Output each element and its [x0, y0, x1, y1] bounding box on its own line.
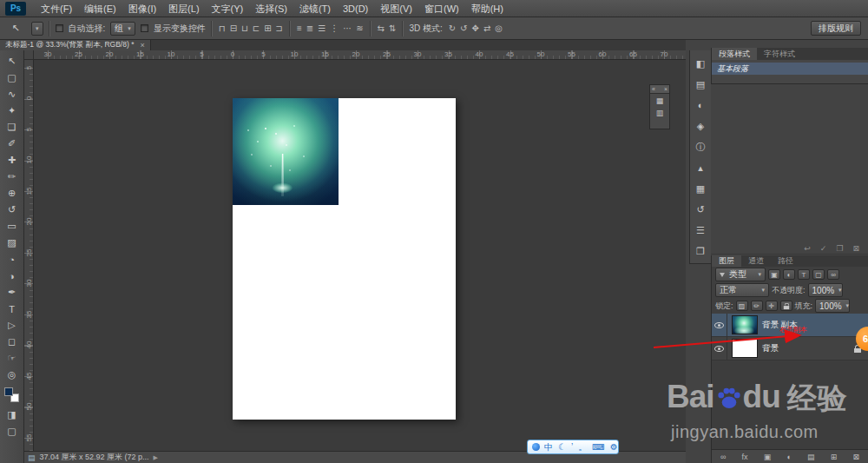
3d-scale-icon[interactable]: ◎ [494, 23, 503, 33]
gradient-tool[interactable]: ▨ [2, 235, 23, 251]
align-right-edges-icon[interactable]: ⊐ [275, 23, 284, 33]
filter-type-layers-icon[interactable]: T [798, 269, 810, 280]
spot-healing-brush-tool[interactable]: ✚ [2, 152, 23, 169]
brush-tool[interactable]: ✏ [2, 169, 23, 185]
document-tab[interactable]: 未标题-1 @ 33.3%(背景 副本, RGB/8) * × [0, 40, 151, 50]
ime-quote-icon[interactable]: ’ [571, 443, 573, 452]
lock-paint-icon[interactable]: ✏ [751, 301, 763, 311]
layout-rules-button[interactable]: 排版规则 [811, 21, 861, 36]
3d-pan-icon[interactable]: ✥ [471, 23, 480, 33]
ruler-origin-corner[interactable] [24, 50, 34, 60]
quick-selection-tool[interactable]: ✦ [2, 103, 23, 119]
quick-mask-icon[interactable]: ◨ [2, 407, 23, 423]
layer-filter-dropdown[interactable]: 类型▾ [715, 268, 766, 281]
filter-smart-objects-icon[interactable]: ∞ [827, 269, 839, 280]
link-layers-icon[interactable]: ∞ [720, 453, 726, 461]
path-selection-tool[interactable]: ▷ [2, 317, 23, 334]
add-layer-mask-icon[interactable]: ▣ [764, 453, 772, 461]
close-tab-icon[interactable]: × [140, 41, 144, 50]
distribute-vcenter-icon[interactable]: ≣ [306, 23, 314, 33]
lasso-tool[interactable]: ∿ [2, 86, 23, 103]
distribute-top-icon[interactable]: ≡ [296, 23, 303, 33]
histogram-panel-icon[interactable]: ▴ [692, 157, 710, 178]
crop-tool[interactable]: ❏ [2, 119, 23, 136]
blend-mode-dropdown[interactable]: 正常▾ [715, 283, 769, 297]
screen-mode-icon[interactable]: ▢ [2, 423, 23, 440]
adjustment-layer-icon[interactable]: ◐ [786, 453, 791, 461]
close-panel-icon[interactable]: × [664, 86, 667, 92]
ime-moon-icon[interactable]: ☾ [558, 443, 566, 452]
layer-visibility-toggle[interactable] [712, 314, 727, 336]
collapse-panel-icon[interactable]: « [652, 86, 655, 92]
layer-thumbnail[interactable] [732, 339, 758, 358]
foreground-color-swatch[interactable] [4, 387, 13, 396]
floating-mini-panel[interactable]: « × ▦▥ [649, 84, 670, 129]
tool-preset-picker[interactable]: ▾ [31, 22, 43, 36]
new-group-icon[interactable]: ▤ [807, 453, 815, 461]
menu-edit[interactable]: 编辑(E) [78, 0, 122, 17]
3d-rotate-icon[interactable]: ↻ [448, 23, 457, 33]
dodge-tool[interactable]: ◑ [2, 268, 23, 284]
revert-icon[interactable]: ↩ [804, 244, 811, 253]
info-panel-icon[interactable]: ⓘ [692, 136, 710, 157]
clone-stamp-tool[interactable]: ⊕ [2, 185, 23, 202]
align-vertical-centers-icon[interactable]: ⊟ [229, 23, 238, 33]
align-bottom-edges-icon[interactable]: ⊔ [240, 23, 249, 33]
duplicate-icon[interactable]: ❐ [836, 244, 843, 253]
menu-file[interactable]: 文件(F) [35, 0, 78, 17]
menu-select[interactable]: 选择(S) [249, 0, 293, 17]
foreground-background-swatches[interactable] [4, 387, 19, 402]
menu-image[interactable]: 图像(I) [122, 0, 162, 17]
document-canvas[interactable] [233, 98, 456, 420]
hand-tool[interactable]: ☞ [2, 350, 23, 367]
ruler-horizontal[interactable]: 302520151050510152025303540455055606570 [24, 50, 686, 60]
menu-filter[interactable]: 滤镜(T) [293, 0, 337, 17]
ime-logo-icon[interactable] [532, 443, 540, 451]
pasted-tree-image[interactable] [233, 98, 339, 205]
lock-position-icon[interactable]: ✛ [766, 301, 778, 311]
tab-paths[interactable]: 路径 [771, 255, 800, 267]
horizontal-type-tool[interactable]: T [2, 301, 23, 317]
opacity-dropdown[interactable]: 100%▾ [808, 283, 843, 297]
status-expand-arrow-icon[interactable]: ▶ [154, 454, 158, 461]
align-top-edges-icon[interactable]: ⊓ [218, 23, 227, 33]
new-layer-icon[interactable]: ⊞ [831, 453, 838, 461]
mini-list-icon[interactable]: ▥ [656, 108, 664, 118]
zoom-tool[interactable]: ◎ [2, 367, 23, 383]
filter-adjustment-layers-icon[interactable]: ◐ [783, 269, 795, 280]
layer-style-icon[interactable]: fx [742, 453, 748, 461]
layer-name[interactable]: 背景 [762, 343, 779, 354]
eyedropper-tool[interactable]: ✐ [2, 136, 23, 152]
ime-period-icon[interactable]: 。 [578, 443, 587, 452]
filter-pixel-layers-icon[interactable]: ▣ [768, 269, 780, 280]
align-horizontal-centers-icon[interactable]: ⊞ [263, 23, 272, 33]
adjustments-panel-icon[interactable]: ◐ [692, 95, 710, 116]
eraser-tool[interactable]: ▭ [2, 218, 23, 235]
rectangle-tool[interactable]: ◻ [2, 334, 23, 350]
ime-chinese-mode-icon[interactable]: 中 [544, 443, 553, 452]
menu-window[interactable]: 窗口(W) [418, 0, 465, 17]
auto-select-checkbox[interactable] [56, 24, 63, 32]
show-transform-checkbox[interactable] [141, 24, 148, 32]
clone-source-panel-icon[interactable]: ❐ [692, 241, 710, 261]
3d-roll-icon[interactable]: ↺ [459, 23, 468, 33]
layer-visibility-toggle[interactable] [712, 337, 727, 360]
auto-align-layers-icon[interactable]: ⇆ [377, 23, 385, 33]
auto-blend-layers-icon[interactable]: ⇅ [388, 23, 397, 33]
blur-tool[interactable]: ◔ [2, 251, 23, 268]
properties-panel-icon[interactable]: ☰ [692, 220, 710, 241]
distribute-bottom-icon[interactable]: ☰ [317, 23, 326, 33]
navigator-panel-icon[interactable]: ▦ [692, 178, 710, 199]
trash-icon[interactable]: ⊠ [852, 244, 859, 253]
align-left-edges-icon[interactable]: ⊏ [252, 23, 260, 33]
fill-dropdown[interactable]: 100%▾ [815, 299, 850, 313]
paragraph-style-item[interactable]: 基本段落 [712, 63, 868, 75]
layer-thumbnail[interactable] [732, 315, 758, 334]
history-panel-icon[interactable]: ↺ [692, 199, 710, 220]
menu-type[interactable]: 文字(Y) [206, 0, 250, 17]
mini-swatch-icon[interactable]: ▦ [656, 96, 664, 106]
tab-paragraph-styles[interactable]: 段落样式 [712, 48, 757, 60]
auto-select-target-dropdown[interactable]: 组▾ [110, 22, 135, 36]
distribute-hcenter-icon[interactable]: ⋯ [342, 23, 352, 33]
menu-help[interactable]: 帮助(H) [465, 0, 510, 17]
